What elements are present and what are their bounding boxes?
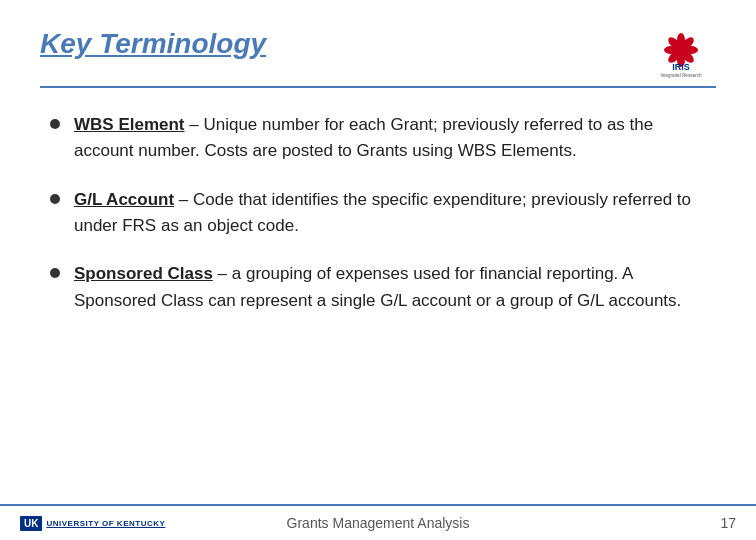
bullet-dot-1	[50, 119, 60, 129]
svg-text:IRIS: IRIS	[672, 62, 690, 72]
slide-footer: UK UNIVERSITY OF KENTUCKY Grants Managem…	[0, 504, 756, 540]
slide-header: Key Terminology IRIS	[40, 28, 716, 88]
term-sponsored: Sponsored Class	[74, 264, 213, 283]
bullet-item-wbs: WBS Element – Unique number for each Gra…	[50, 112, 706, 165]
sep-sponsored: –	[213, 264, 232, 283]
iris-logo: IRIS Integrated Research	[646, 28, 716, 78]
bullet-text-sponsored: Sponsored Class – a grouping of expenses…	[74, 261, 706, 314]
uk-logo-box: UK	[20, 516, 42, 531]
footer-page-number: 17	[720, 515, 736, 531]
page-title: Key Terminology	[40, 28, 266, 60]
sep-gl: –	[174, 190, 193, 209]
term-gl: G/L Account	[74, 190, 174, 209]
footer-uk-branding: UK UNIVERSITY OF KENTUCKY	[20, 516, 165, 531]
bullet-dot-2	[50, 194, 60, 204]
bullet-text-gl: G/L Account – Code that identifies the s…	[74, 187, 706, 240]
term-wbs: WBS Element	[74, 115, 185, 134]
bullet-item-gl: G/L Account – Code that identifies the s…	[50, 187, 706, 240]
footer-center-text: Grants Management Analysis	[287, 515, 470, 531]
bullet-text-wbs: WBS Element – Unique number for each Gra…	[74, 112, 706, 165]
svg-point-8	[677, 46, 685, 54]
sep-wbs: –	[185, 115, 204, 134]
svg-text:Integrated Research: Integrated Research	[661, 73, 702, 78]
bullet-dot-3	[50, 268, 60, 278]
slide: Key Terminology IRIS	[0, 0, 756, 540]
uk-university-text: UNIVERSITY OF KENTUCKY	[46, 519, 165, 528]
bullet-item-sponsored: Sponsored Class – a grouping of expenses…	[50, 261, 706, 314]
content-area: WBS Element – Unique number for each Gra…	[40, 112, 716, 314]
